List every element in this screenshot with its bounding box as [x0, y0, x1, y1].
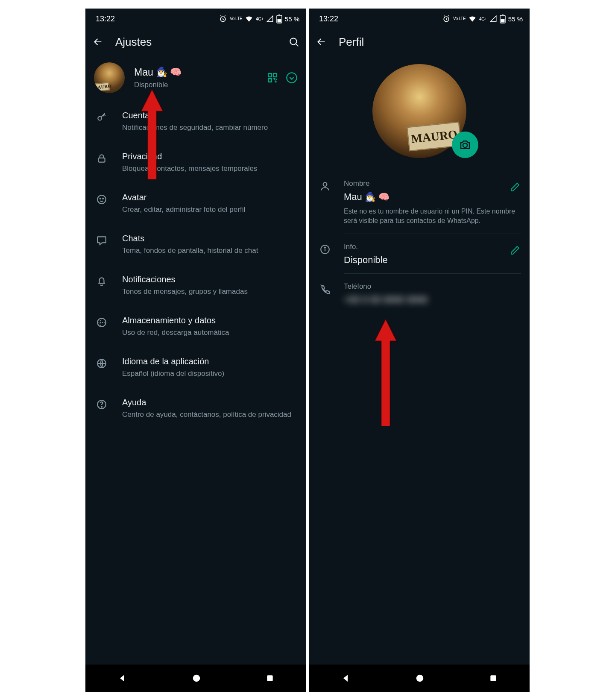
- status-bar: 13:22 Vo LTE 4G+ 55 %: [309, 9, 530, 29]
- edit-name-button[interactable]: [510, 182, 520, 194]
- info-field[interactable]: Info. Disponible: [309, 234, 530, 273]
- nav-recent-icon[interactable]: [266, 674, 274, 682]
- name-label: Nombre: [344, 179, 521, 188]
- pencil-icon: [510, 182, 520, 192]
- svg-point-28: [416, 675, 424, 682]
- settings-item-notifications[interactable]: NotificacionesTonos de mensajes, grupos …: [85, 265, 306, 306]
- qr-icon[interactable]: [267, 72, 278, 83]
- svg-rect-29: [490, 675, 496, 681]
- network-indicator: 4G+: [256, 17, 264, 21]
- svg-point-24: [463, 143, 467, 147]
- avatar-sign: MAURO: [95, 82, 110, 91]
- bell-icon: [96, 276, 107, 287]
- svg-rect-19: [267, 675, 272, 681]
- help-icon: [96, 399, 107, 410]
- name-field[interactable]: Nombre Mau 🧙‍♂️ 🧠 Este no es tu nombre d…: [309, 171, 530, 234]
- edit-info-button[interactable]: [510, 245, 520, 257]
- annotation-arrow: [373, 319, 398, 426]
- globe-icon: [96, 358, 107, 369]
- phone-label: Teléfono: [344, 282, 521, 291]
- network-indicator: 4G+: [479, 17, 487, 21]
- wifi-icon: [245, 15, 253, 23]
- camera-icon: [459, 138, 472, 151]
- info-value: Disponible: [344, 255, 521, 266]
- status-time: 13:22: [319, 15, 338, 23]
- settings-item-chats[interactable]: ChatsTema, fondos de pantalla, historial…: [85, 224, 306, 265]
- nav-home-icon[interactable]: [415, 674, 425, 683]
- profile-status: Disponible: [134, 81, 254, 89]
- profile-row[interactable]: MAURO Mau 🧙‍♂️ 🧠 Disponible: [85, 55, 306, 101]
- profile-name: Mau 🧙‍♂️ 🧠: [134, 67, 254, 78]
- battery-icon: [500, 14, 506, 23]
- battery-percent: 55 %: [508, 15, 523, 23]
- title-bar: Ajustes: [85, 29, 306, 55]
- nav-home-icon[interactable]: [192, 674, 201, 683]
- name-value: Mau 🧙‍♂️ 🧠: [344, 191, 521, 202]
- svg-point-18: [193, 675, 200, 682]
- svg-rect-10: [98, 158, 105, 162]
- svg-point-13: [102, 198, 103, 199]
- settings-item-privacy[interactable]: PrivacidadBloquear contactos, mensajes t…: [85, 142, 306, 183]
- settings-item-storage[interactable]: Almacenamiento y datosUso de red, descar…: [85, 306, 306, 347]
- settings-list: CuentaNotificaciones de seguridad, cambi…: [85, 101, 306, 429]
- info-label: Info.: [344, 243, 521, 251]
- settings-item-language[interactable]: Idioma de la aplicaciónEspañol (idioma d…: [85, 347, 306, 388]
- phone-field[interactable]: Teléfono +00 0 00 0000 0000: [309, 274, 530, 313]
- search-icon[interactable]: [288, 36, 299, 47]
- svg-rect-7: [268, 79, 272, 82]
- status-bar: 13:22 Vo LTE 4G+ 55 %: [85, 9, 306, 29]
- face-icon: [96, 194, 107, 205]
- signal-icon: [266, 15, 274, 23]
- svg-rect-23: [501, 19, 504, 23]
- status-time: 13:22: [96, 15, 115, 23]
- profile-photo-section: MAURO: [309, 55, 530, 171]
- signal-icon: [489, 15, 497, 23]
- svg-rect-5: [268, 73, 272, 77]
- back-icon[interactable]: [92, 36, 103, 47]
- nav-back-icon[interactable]: [341, 673, 351, 683]
- settings-item-account[interactable]: CuentaNotificaciones de seguridad, cambi…: [85, 101, 306, 142]
- key-icon: [96, 112, 107, 123]
- svg-point-11: [97, 195, 106, 204]
- title-bar: Perfil: [309, 29, 530, 55]
- settings-item-avatar[interactable]: AvatarCrear, editar, administrar foto de…: [85, 183, 306, 224]
- svg-rect-6: [273, 73, 277, 77]
- settings-item-help[interactable]: AyudaCentro de ayuda, contáctanos, polít…: [85, 388, 306, 429]
- profile-actions: [267, 72, 298, 84]
- profile-screen: 13:22 Vo LTE 4G+ 55 % Perfil MAURO: [309, 9, 530, 692]
- svg-rect-2: [278, 15, 280, 15]
- nav-bar: [309, 665, 530, 692]
- svg-point-27: [325, 247, 325, 248]
- svg-point-17: [101, 406, 102, 407]
- status-icons: Vo LTE 4G+ 55 %: [219, 14, 299, 23]
- back-icon[interactable]: [316, 36, 327, 47]
- data-icon: [96, 317, 107, 328]
- battery-icon: [276, 14, 282, 23]
- wifi-icon: [468, 15, 477, 23]
- page-title: Perfil: [339, 35, 523, 49]
- change-photo-button[interactable]: [452, 132, 478, 158]
- nav-bar: [85, 665, 306, 692]
- alarm-icon: [219, 15, 227, 23]
- lock-icon: [96, 153, 107, 164]
- profile-text: Mau 🧙‍♂️ 🧠 Disponible: [134, 67, 254, 89]
- status-icons: Vo LTE 4G+ 55 %: [442, 14, 523, 23]
- person-icon: [319, 181, 331, 192]
- volte-indicator: Vo LTE: [230, 17, 242, 21]
- avatar: MAURO: [94, 62, 125, 93]
- svg-rect-22: [502, 15, 504, 15]
- name-hint: Este no es tu nombre de usuario ni un PI…: [344, 207, 521, 226]
- volte-indicator: Vo LTE: [453, 17, 466, 21]
- svg-point-12: [100, 198, 101, 199]
- phone-value: +00 0 00 0000 0000: [344, 294, 521, 305]
- svg-rect-3: [277, 19, 281, 23]
- nav-recent-icon[interactable]: [489, 674, 498, 682]
- settings-screen: 13:22 Vo LTE 4G+ 55 % Ajustes MAURO: [85, 9, 306, 692]
- alarm-icon: [442, 15, 451, 23]
- phone-icon: [319, 284, 331, 295]
- info-icon: [319, 244, 331, 255]
- chevron-down-circle-icon[interactable]: [286, 72, 298, 84]
- svg-point-25: [323, 182, 327, 186]
- nav-back-icon[interactable]: [117, 673, 128, 683]
- page-title: Ajustes: [115, 35, 276, 49]
